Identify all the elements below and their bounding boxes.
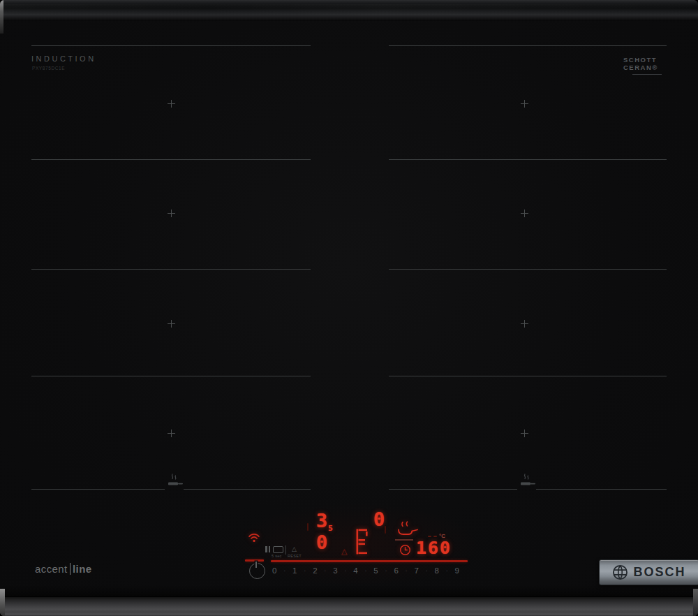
key-separator: ·	[385, 567, 387, 574]
power-level-key-4[interactable]: 4	[353, 566, 357, 575]
schott-ceran-logo: SCHOTT CERAN®	[623, 56, 658, 72]
quick-start-icon[interactable]	[273, 546, 283, 553]
clock-icon[interactable]	[399, 544, 411, 556]
zone-line	[536, 489, 667, 490]
power-level-key-5[interactable]: 5	[373, 566, 378, 575]
bottom-right-corner-trim	[693, 589, 698, 616]
front-left-zone-display[interactable]: 0	[316, 533, 327, 552]
induction-label: INDUCTION	[31, 54, 96, 63]
rear-right-zone-display[interactable]: 0	[373, 510, 385, 529]
pan-size-icon	[166, 472, 184, 489]
key-separator: ·	[283, 567, 285, 574]
pause-icon[interactable]	[265, 546, 270, 552]
dim-zone-tick	[307, 523, 309, 531]
top-bevel-sheen	[0, 4, 698, 15]
fry-sensor-underline	[395, 539, 413, 541]
power-level-key-9[interactable]: 9	[455, 566, 459, 575]
bottom-left-corner-trim	[0, 589, 5, 616]
schott-line2: CERAN®	[623, 64, 658, 71]
key-separator: ·	[426, 567, 428, 574]
power-level-key-0[interactable]: 0	[272, 566, 276, 575]
zone-cross	[168, 100, 175, 108]
key-separator: ·	[304, 567, 306, 574]
bottom-metal-trim	[0, 596, 698, 616]
zone-cross	[168, 210, 175, 217]
accentline-series-logo: accent line	[35, 563, 91, 575]
bosch-badge: BOSCH	[599, 559, 698, 585]
top-left-corner-trim	[0, 0, 3, 34]
pan-size-icon	[519, 472, 536, 489]
zone-line	[389, 269, 667, 270]
zone-line	[389, 159, 667, 160]
dim-dash	[428, 536, 431, 537]
slider-indicator-line	[271, 560, 468, 562]
temperature-display: 160	[416, 539, 452, 557]
induction-hob: INDUCTION PXY875DC1E SCHOTT CERAN® accen…	[0, 0, 698, 616]
key-separator: ·	[406, 567, 408, 574]
quick-start-label: 5 sec	[272, 554, 282, 558]
dim-dash	[433, 536, 437, 537]
power-level-key-3[interactable]: 3	[333, 566, 337, 575]
power-level-key-2[interactable]: 2	[313, 566, 317, 575]
schott-underline	[632, 74, 662, 75]
reset-icon[interactable]: △	[292, 546, 297, 552]
dim-zone-tick	[385, 526, 386, 534]
key-separator: ·	[364, 567, 366, 574]
power-level-key-1[interactable]: 1	[292, 566, 297, 575]
rear-left-zone-display[interactable]: 35	[316, 511, 333, 532]
series-line: line	[73, 563, 91, 575]
fry-level-display	[356, 529, 369, 555]
zone-cross	[521, 320, 528, 328]
key-separator: ·	[446, 567, 448, 574]
zone-cross	[168, 430, 175, 437]
zone-line	[31, 376, 311, 376]
warning-triangle-icon: △	[341, 548, 347, 555]
rear-left-zone-sub: 5	[328, 524, 333, 533]
zone-cross	[168, 320, 175, 328]
model-number: PXY875DC1E	[32, 66, 65, 71]
power-level-key-8[interactable]: 8	[435, 566, 439, 575]
power-indicator-line	[245, 559, 264, 562]
zone-line	[389, 489, 517, 490]
zone-line	[31, 489, 165, 490]
schott-line1: SCHOTT	[623, 56, 657, 64]
series-accent: accent	[35, 563, 68, 575]
zone-line	[31, 45, 311, 46]
control-divider	[285, 545, 286, 555]
frying-sensor-icon[interactable]	[396, 520, 418, 538]
bosch-logo-icon	[612, 564, 628, 580]
key-separator: ·	[324, 567, 326, 574]
wifi-icon[interactable]	[248, 532, 260, 543]
key-separator: ·	[344, 567, 346, 574]
series-divider	[70, 563, 70, 575]
power-icon[interactable]	[249, 563, 265, 579]
zone-line	[184, 489, 311, 490]
zone-cross	[521, 100, 528, 108]
zone-line	[389, 45, 667, 46]
zone-line	[31, 269, 311, 270]
zone-cross	[521, 430, 528, 437]
zone-cross	[521, 210, 528, 217]
power-level-key-6[interactable]: 6	[394, 566, 398, 575]
reset-label: RESET	[288, 554, 302, 558]
zone-line	[389, 376, 667, 376]
zone-line	[31, 159, 311, 160]
bosch-logo-text: BOSCH	[633, 565, 685, 580]
power-level-strip[interactable]: 0·1·2·3·4·5·6·7·8·9	[272, 564, 459, 577]
power-level-key-7[interactable]: 7	[414, 566, 418, 575]
